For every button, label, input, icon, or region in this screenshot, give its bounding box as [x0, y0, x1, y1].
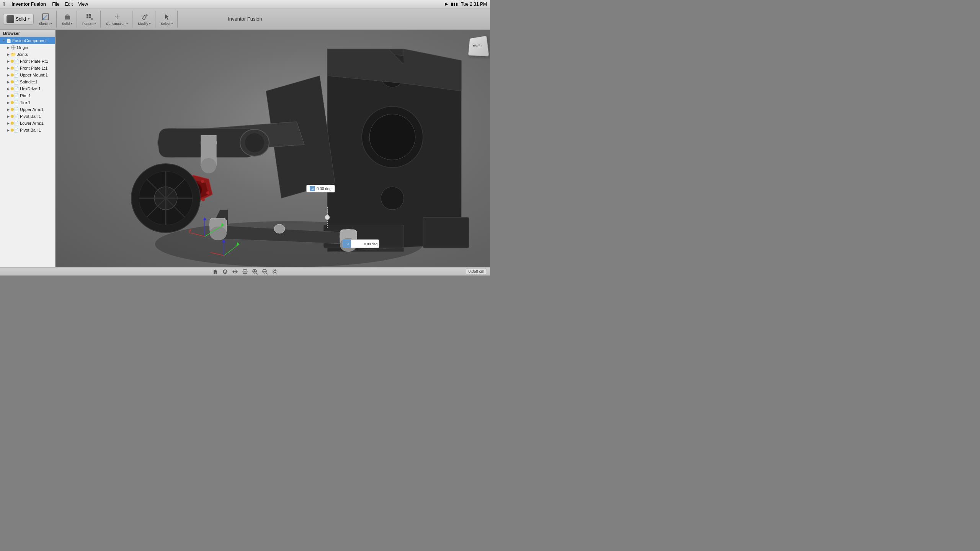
- nav-pan-btn[interactable]: [232, 268, 238, 275]
- svg-rect-6: [87, 14, 88, 16]
- modify-btn[interactable]: Modify ▼: [136, 11, 153, 27]
- browser-item-origin[interactable]: ▶ Origin: [0, 44, 55, 51]
- pbb-expand[interactable]: ▶: [6, 128, 11, 132]
- svg-point-34: [245, 133, 264, 152]
- joints-folder-icon: 📁: [11, 52, 16, 57]
- svg-rect-7: [89, 14, 91, 16]
- la-expand[interactable]: ▶: [6, 121, 11, 126]
- origin-expand[interactable]: ▶: [6, 45, 11, 50]
- svg-point-21: [369, 114, 415, 160]
- hd-expand[interactable]: ▶: [6, 86, 11, 91]
- svg-rect-25: [423, 217, 469, 248]
- sketch-btn[interactable]: Sketch ▼: [37, 11, 55, 27]
- svg-point-45: [202, 198, 205, 201]
- construction-label: Construction ▼: [106, 22, 128, 26]
- pba-icon: 📄: [14, 114, 19, 119]
- browser-item-front-plate-r[interactable]: ▶ 📄 Front Plate R:1: [0, 58, 55, 65]
- svg-rect-82: [243, 270, 247, 274]
- origin-vis-icon: [11, 45, 16, 50]
- construction-btn[interactable]: Construction ▼: [104, 11, 131, 27]
- sp-label: Spindle:1: [20, 80, 38, 84]
- browser-item-lower-arm[interactable]: ▶ 📄 Lower Arm:1: [0, 120, 55, 127]
- select-icon: [163, 13, 171, 21]
- svg-rect-10: [91, 18, 93, 20]
- nav-settings-btn[interactable]: [271, 268, 278, 275]
- sp-icon: 📄: [14, 79, 19, 85]
- browser-item-pivot-ball-b[interactable]: ▶ 📄 Pivot Ball:1: [0, 127, 55, 134]
- app-title: Inventor Fusion: [228, 16, 262, 22]
- rim-vis-dot: [11, 94, 14, 97]
- extrude-btn[interactable]: Solid ▼: [60, 11, 75, 27]
- tire-vis-dot: [11, 101, 14, 104]
- sp-expand[interactable]: ▶: [6, 80, 11, 84]
- browser-item-upper-mount[interactable]: ▶ 📄 Upper Mount:1: [0, 72, 55, 78]
- dimension-tooltip[interactable]: ⊿ 0.00 deg: [306, 185, 335, 192]
- svg-text:⊿: ⊿: [346, 242, 349, 246]
- svg-point-23: [381, 187, 404, 210]
- measurement-value: 0.050 cm: [469, 269, 484, 274]
- hd-vis-dot: [11, 87, 14, 90]
- menu-view[interactable]: View: [75, 0, 91, 8]
- tire-expand[interactable]: ▶: [6, 100, 11, 105]
- browser-panel: Browser ▼ 📄 FusionComponent ▶ Origin ▶ 📁…: [0, 30, 56, 267]
- browser-header: Browser: [0, 30, 55, 37]
- joints-expand[interactable]: ▶: [6, 52, 11, 57]
- joints-label: Joints: [17, 52, 28, 57]
- sketch-icon: [41, 13, 50, 21]
- pbb-vis-dot: [11, 129, 14, 132]
- pba-expand[interactable]: ▶: [6, 114, 11, 119]
- select-label: Select ▼: [161, 22, 173, 26]
- solid-dropdown[interactable]: Solid ▼: [3, 14, 34, 24]
- viewcube[interactable]: Right ,: [468, 36, 487, 55]
- fpl-label: Front Plate L:1: [20, 66, 47, 70]
- pattern-btn[interactable]: Pattern ▼: [80, 11, 99, 27]
- ua-icon: 📄: [14, 107, 19, 112]
- svg-marker-73: [203, 217, 207, 220]
- modify-icon: [140, 13, 149, 21]
- viewcube-label: Right ,: [473, 43, 482, 47]
- um-expand[interactable]: ▶: [6, 73, 11, 77]
- fpr-expand[interactable]: ▶: [6, 59, 11, 64]
- apple-menu[interactable]: : [3, 1, 5, 7]
- browser-item-tire[interactable]: ▶ 📄 Tire:1: [0, 99, 55, 106]
- fpr-icon: 📄: [14, 59, 19, 64]
- browser-item-pivot-ball-a[interactable]: ▶ 📄 Pivot Ball:1: [0, 113, 55, 120]
- svg-point-61: [274, 224, 285, 233]
- pattern-label: Pattern ▼: [82, 22, 96, 26]
- svg-rect-9: [89, 16, 91, 18]
- nav-zoom-in-btn[interactable]: [252, 268, 258, 275]
- ua-expand[interactable]: ▶: [6, 107, 11, 112]
- browser-item-joints[interactable]: ▶ 📁 Joints: [0, 51, 55, 58]
- menu-file[interactable]: File: [49, 0, 62, 8]
- hd-label: HexDrive:1: [20, 86, 41, 91]
- browser-item-hexdrive[interactable]: ▶ 📄 HexDrive:1: [0, 85, 55, 92]
- menu-edit[interactable]: Edit: [62, 0, 75, 8]
- nav-zoom-out-btn[interactable]: [261, 268, 268, 275]
- svg-line-86: [256, 273, 258, 274]
- um-icon: 📄: [14, 72, 19, 78]
- browser-item-spindle[interactable]: ▶ 📄 Spindle:1: [0, 78, 55, 85]
- extrude-icon: [63, 13, 72, 21]
- menu-app-name[interactable]: Inventor Fusion: [9, 0, 49, 8]
- ua-vis-dot: [11, 108, 14, 111]
- pattern-icon: [85, 13, 94, 21]
- fpr-vis-dot: [11, 60, 14, 63]
- root-expand[interactable]: ▼: [2, 38, 6, 43]
- viewcube-face[interactable]: Right ,: [468, 36, 489, 56]
- modify-label: Modify ▼: [138, 22, 151, 26]
- fpl-expand[interactable]: ▶: [6, 66, 11, 70]
- browser-item-upper-arm[interactable]: ▶ 📄 Upper Arm:1: [0, 106, 55, 113]
- browser-root[interactable]: ▼ 📄 FusionComponent: [0, 37, 55, 44]
- browser-item-front-plate-l[interactable]: ▶ 📄 Front Plate L:1: [0, 65, 55, 72]
- nav-orbit-btn[interactable]: [222, 268, 229, 275]
- fpl-vis-dot: [11, 67, 14, 70]
- browser-item-rim[interactable]: ▶ 📄 Rim:1: [0, 92, 55, 99]
- viewport[interactable]: ⊿ 0.00 deg: [56, 30, 490, 267]
- select-btn[interactable]: Select ▼: [158, 11, 176, 27]
- um-label: Upper Mount:1: [20, 73, 48, 77]
- nav-home-btn[interactable]: [212, 268, 219, 275]
- fpr-label: Front Plate R:1: [20, 59, 48, 64]
- nav-zoom-fit-btn[interactable]: [242, 268, 248, 275]
- toolbar: Solid ▼ Sketch ▼: [0, 8, 490, 30]
- rim-expand[interactable]: ▶: [6, 93, 11, 98]
